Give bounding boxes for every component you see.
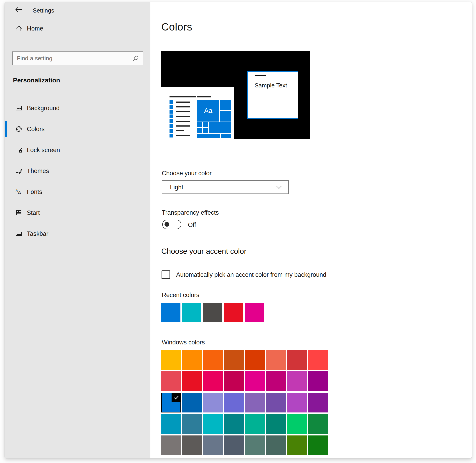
windows-color-swatch-39[interactable] bbox=[308, 436, 328, 455]
windows-color-swatch-31[interactable] bbox=[308, 414, 328, 434]
page-title: Colors bbox=[161, 21, 192, 33]
windows-color-swatch-0[interactable] bbox=[161, 350, 181, 370]
windows-color-swatch-27[interactable] bbox=[224, 414, 244, 434]
windows-color-swatch-34[interactable] bbox=[203, 436, 223, 455]
windows-color-swatch-12[interactable] bbox=[245, 371, 265, 391]
recent-colors-row bbox=[161, 303, 264, 322]
windows-color-swatch-1[interactable] bbox=[182, 350, 202, 370]
windows-color-swatch-17[interactable] bbox=[182, 393, 202, 412]
windows-color-swatch-18[interactable] bbox=[203, 393, 223, 412]
windows-color-swatch-32[interactable] bbox=[161, 436, 181, 455]
sidebar-item-taskbar[interactable]: Taskbar bbox=[5, 223, 150, 244]
start-icon bbox=[15, 209, 23, 217]
accent-section-heading: Choose your accent color bbox=[161, 247, 247, 256]
windows-color-swatch-3[interactable] bbox=[224, 350, 244, 370]
screenshot-root: Settings Home Personalization Background… bbox=[0, 0, 476, 463]
sidebar-item-label: Colors bbox=[27, 126, 44, 133]
windows-color-swatch-38[interactable] bbox=[287, 436, 307, 455]
recent-color-swatch-2[interactable] bbox=[203, 303, 222, 322]
auto-accent-row[interactable]: Automatically pick an accent color from … bbox=[162, 270, 326, 279]
preview-app-window: Aa bbox=[161, 87, 234, 139]
windows-color-swatch-10[interactable] bbox=[203, 371, 223, 391]
svg-text:A: A bbox=[18, 190, 21, 196]
recent-color-swatch-3[interactable] bbox=[224, 303, 243, 322]
sidebar-item-fonts[interactable]: AAFonts bbox=[5, 181, 150, 202]
sidebar-item-label: Start bbox=[27, 209, 40, 216]
sidebar-nav: BackgroundColorsLock screenThemesAAFonts… bbox=[5, 98, 150, 244]
themes-icon bbox=[15, 167, 23, 175]
preview-sample-text: Sample Text bbox=[255, 82, 287, 89]
windows-color-swatch-21[interactable] bbox=[266, 393, 286, 412]
windows-color-swatch-2[interactable] bbox=[203, 350, 223, 370]
lock-screen-icon bbox=[15, 146, 23, 154]
sidebar-item-label: Home bbox=[27, 25, 43, 32]
windows-color-swatch-29[interactable] bbox=[266, 414, 286, 434]
back-button[interactable] bbox=[15, 6, 23, 13]
windows-color-swatch-28[interactable] bbox=[245, 414, 265, 434]
windows-color-swatch-8[interactable] bbox=[161, 371, 181, 391]
preview-tile-aa: Aa bbox=[197, 100, 219, 122]
home-icon bbox=[15, 25, 23, 32]
transparency-label: Transparency effects bbox=[162, 209, 219, 216]
chevron-down-icon bbox=[276, 185, 282, 189]
windows-color-swatch-36[interactable] bbox=[245, 436, 265, 455]
transparency-toggle[interactable] bbox=[162, 220, 181, 229]
palette-icon bbox=[15, 125, 23, 133]
recent-color-swatch-4[interactable] bbox=[245, 303, 264, 322]
sidebar-item-themes[interactable]: Themes bbox=[5, 160, 150, 181]
color-mode-value: Light bbox=[170, 184, 183, 191]
windows-colors-grid bbox=[161, 350, 328, 455]
windows-color-swatch-6[interactable] bbox=[287, 350, 307, 370]
windows-color-swatch-7[interactable] bbox=[308, 350, 328, 370]
windows-color-swatch-9[interactable] bbox=[182, 371, 202, 391]
windows-color-swatch-37[interactable] bbox=[266, 436, 286, 455]
toggle-knob bbox=[165, 222, 169, 227]
selected-check-icon bbox=[172, 393, 181, 402]
windows-color-swatch-13[interactable] bbox=[266, 371, 286, 391]
windows-color-swatch-4[interactable] bbox=[245, 350, 265, 370]
windows-color-swatch-11[interactable] bbox=[224, 371, 244, 391]
windows-color-swatch-26[interactable] bbox=[203, 414, 223, 434]
search-icon[interactable] bbox=[132, 55, 140, 62]
recent-colors-label: Recent colors bbox=[162, 292, 199, 299]
color-mode-dropdown[interactable]: Light bbox=[162, 180, 289, 194]
choose-color-label: Choose your color bbox=[162, 170, 212, 177]
sidebar-item-background[interactable]: Background bbox=[5, 98, 150, 119]
windows-color-swatch-22[interactable] bbox=[287, 393, 307, 412]
sidebar-item-label: Lock screen bbox=[27, 147, 60, 154]
sidebar-item-label: Themes bbox=[27, 168, 49, 175]
transparency-state: Off bbox=[188, 222, 196, 229]
recent-color-swatch-1[interactable] bbox=[182, 303, 201, 322]
windows-color-swatch-35[interactable] bbox=[224, 436, 244, 455]
windows-color-swatch-20[interactable] bbox=[245, 393, 265, 412]
windows-color-swatch-15[interactable] bbox=[308, 371, 328, 391]
sidebar-item-home[interactable]: Home bbox=[5, 22, 150, 35]
sidebar: Settings Home Personalization Background… bbox=[5, 2, 150, 458]
sidebar-item-colors[interactable]: Colors bbox=[5, 119, 150, 140]
sidebar-item-start[interactable]: Start bbox=[5, 202, 150, 223]
windows-color-swatch-23[interactable] bbox=[308, 393, 328, 412]
theme-preview: Aa Sample Text bbox=[161, 51, 310, 139]
windows-color-swatch-24[interactable] bbox=[161, 414, 181, 434]
sidebar-item-label: Fonts bbox=[27, 188, 42, 196]
image-icon bbox=[15, 104, 23, 112]
sidebar-section-header: Personalization bbox=[13, 77, 60, 84]
settings-window: Settings Home Personalization Background… bbox=[5, 2, 472, 458]
search-input[interactable] bbox=[13, 52, 143, 65]
preview-tiles-mock: Aa bbox=[197, 96, 231, 138]
sidebar-item-lock-screen[interactable]: Lock screen bbox=[5, 140, 150, 160]
windows-color-swatch-16[interactable] bbox=[161, 393, 181, 412]
windows-color-swatch-25[interactable] bbox=[182, 414, 202, 434]
taskbar-icon bbox=[15, 230, 23, 238]
main-content: Colors bbox=[150, 2, 472, 458]
windows-color-swatch-14[interactable] bbox=[287, 371, 307, 391]
windows-color-swatch-5[interactable] bbox=[266, 350, 286, 370]
windows-color-swatch-19[interactable] bbox=[224, 393, 244, 412]
preview-sample-window: Sample Text bbox=[247, 71, 298, 119]
sidebar-item-label: Background bbox=[27, 105, 60, 112]
app-title: Settings bbox=[33, 7, 54, 14]
auto-accent-checkbox[interactable] bbox=[162, 270, 170, 279]
windows-color-swatch-30[interactable] bbox=[287, 414, 307, 434]
windows-color-swatch-33[interactable] bbox=[182, 436, 202, 455]
recent-color-swatch-0[interactable] bbox=[161, 303, 180, 322]
